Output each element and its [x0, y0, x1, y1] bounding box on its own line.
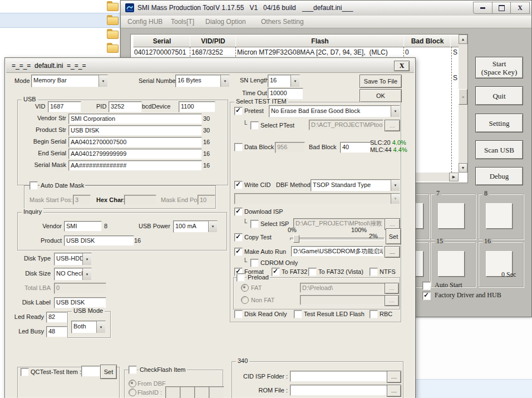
usb-power-select[interactable]: 100 mA▼: [173, 220, 218, 233]
rom-file-browse-button[interactable]: ....: [387, 385, 401, 397]
dialog-titlebar[interactable]: =_=_= default.ini =_=_= X: [6, 59, 414, 73]
chevron-down-icon[interactable]: ▼: [82, 268, 91, 280]
column-header-vidpid[interactable]: VID/PID: [190, 35, 237, 47]
dbf-secondary-select[interactable]: ▼: [234, 193, 400, 204]
main-titlebar[interactable]: SMI Mass Production Tool V 1.17.55 V1 04…: [121, 1, 531, 16]
qctest-checkbox[interactable]: [21, 368, 29, 376]
flashid-byte-box[interactable]: [209, 386, 224, 398]
test-result-led-checkbox[interactable]: [294, 310, 302, 318]
flashid-byte-box[interactable]: [165, 386, 181, 398]
led-ready-input[interactable]: 82: [46, 312, 67, 323]
flashid-byte-box[interactable]: [180, 386, 195, 398]
mask-start-pos-input[interactable]: 3: [73, 195, 91, 205]
select-ptest-browse-button[interactable]: ....: [385, 120, 400, 131]
copy-test-checkbox[interactable]: [234, 233, 243, 242]
scroll-up-button[interactable]: ▲: [459, 35, 467, 44]
scroll-right-button[interactable]: ▶: [449, 173, 459, 181]
flashid-byte-box[interactable]: [194, 386, 210, 398]
serial-mask-input[interactable]: AA##############: [68, 160, 202, 171]
chevron-down-icon[interactable]: ▼: [391, 194, 400, 204]
rbc-checkbox[interactable]: [370, 310, 378, 318]
fat-radio[interactable]: [241, 284, 249, 292]
pid-input[interactable]: 3252: [109, 101, 142, 112]
folder-icon[interactable]: [107, 29, 119, 39]
disk-label-input[interactable]: USB DISK: [54, 297, 106, 308]
qctest-set-button[interactable]: Set: [100, 365, 117, 379]
begin-serial-input[interactable]: AA04012700007500: [68, 137, 202, 148]
end-serial-input[interactable]: AA04012799999999: [68, 149, 202, 159]
led-busy-input[interactable]: 48: [46, 326, 67, 337]
inquiry-product-input[interactable]: USB DISK: [64, 235, 134, 246]
chevron-down-icon[interactable]: ▼: [96, 321, 105, 333]
dialog-close-button[interactable]: X: [394, 61, 410, 71]
cdrom-only-checkbox[interactable]: [250, 259, 259, 267]
close-button[interactable]: X: [510, 2, 530, 14]
preload-non-fat-browse-button[interactable]: ....: [385, 295, 399, 306]
to-fat32-checkbox[interactable]: [272, 268, 280, 276]
sn-length-select[interactable]: 16▼: [268, 75, 300, 87]
chevron-down-icon[interactable]: ▼: [82, 253, 91, 265]
make-auto-run-path[interactable]: D:\Game\USBCDROM多功能启动盘: [291, 246, 383, 257]
vid-input[interactable]: 1687: [48, 101, 81, 112]
chevron-down-icon[interactable]: ▼: [290, 75, 299, 87]
pretest-select[interactable]: No Erase Bad Erase Good Block▼: [269, 105, 400, 117]
chevron-down-icon[interactable]: ▼: [98, 75, 107, 87]
disk-type-select[interactable]: USB-HDD▼: [54, 253, 92, 266]
make-auto-run-checkbox[interactable]: [234, 248, 243, 256]
data-block-checkbox[interactable]: [234, 143, 243, 151]
column-header-serial[interactable]: Serial: [133, 35, 191, 47]
make-auto-run-browse-button[interactable]: ....: [385, 246, 400, 258]
chevron-down-icon[interactable]: ▼: [391, 106, 400, 117]
download-isp-checkbox[interactable]: [234, 208, 243, 216]
auto-date-mask-checkbox[interactable]: [29, 181, 38, 190]
non-fat-radio[interactable]: [241, 296, 249, 304]
cid-isp-folder-input[interactable]: [290, 371, 388, 382]
select-ptest-path[interactable]: D:\ACT_PROJECT\MPtool\掖栨: [309, 120, 383, 130]
menu-dialog-option[interactable]: Dialog Option: [205, 18, 246, 26]
menu-tools[interactable]: Tools[T]: [171, 18, 194, 26]
select-ptest-checkbox[interactable]: [250, 121, 259, 130]
serial-number-select[interactable]: 16 Bytes▼: [175, 75, 230, 87]
table-vscrollbar[interactable]: ▲ ≡ ▼: [459, 35, 467, 173]
start-button[interactable]: Start (Space Key): [475, 57, 523, 78]
qctest-input[interactable]: [81, 366, 100, 377]
folder-icon[interactable]: [107, 15, 119, 25]
mode-select[interactable]: Memory Bar▼: [31, 75, 108, 87]
to-fat32-vista-checkbox[interactable]: [308, 268, 317, 276]
product-str-input[interactable]: USB DISK: [68, 125, 202, 136]
column-header-flash[interactable]: Flash: [235, 35, 405, 47]
select-isp-path[interactable]: D:\ACT_PROJECT\MPtool\掖敇 -2: [293, 218, 385, 229]
factory-driver-checkbox[interactable]: [422, 292, 431, 300]
data-block-input[interactable]: 956: [275, 142, 305, 153]
save-to-file-button[interactable]: Save To File: [359, 75, 402, 88]
hex-char-input[interactable]: [124, 195, 156, 205]
chevron-down-icon[interactable]: ▼: [391, 180, 400, 191]
copy-test-slider-thumb[interactable]: [293, 235, 299, 243]
maximize-button[interactable]: [492, 2, 511, 14]
preload-fat-browse-button[interactable]: ....: [385, 283, 399, 294]
copy-test-set-button[interactable]: Set: [386, 228, 401, 244]
bcddevice-input[interactable]: 1100: [179, 101, 215, 112]
chevron-down-icon[interactable]: ▼: [220, 75, 229, 87]
menu-others-setting[interactable]: Others Setting: [261, 18, 304, 26]
vendor-str-input[interactable]: SMI Corporation: [68, 114, 202, 124]
mask-end-pos-input[interactable]: 10: [198, 195, 215, 205]
select-isp-checkbox[interactable]: [250, 220, 259, 228]
folder-icon[interactable]: [107, 43, 119, 53]
column-header-badblock[interactable]: Bad Block: [403, 35, 451, 47]
bad-block-input[interactable]: 40: [340, 142, 371, 153]
minimize-button[interactable]: [473, 2, 492, 14]
row-vidpid[interactable]: 1687/3252: [191, 49, 223, 56]
folder-icon[interactable]: [107, 1, 119, 11]
slot-button[interactable]: [486, 203, 513, 229]
disk-size-select[interactable]: NO Check▼: [54, 268, 92, 281]
ntfs-checkbox[interactable]: [370, 268, 378, 276]
row-serial[interactable]: 04012700007501: [134, 49, 186, 56]
write-cid-checkbox[interactable]: [234, 181, 243, 189]
disk-read-only-checkbox[interactable]: [234, 310, 243, 318]
debug-button[interactable]: Debug: [475, 167, 523, 185]
scroll-down-button[interactable]: ▼: [459, 163, 467, 173]
usb-mode-select[interactable]: Both▼: [71, 321, 106, 333]
preload-checkbox[interactable]: [237, 273, 245, 282]
slot-button[interactable]: [438, 251, 465, 277]
